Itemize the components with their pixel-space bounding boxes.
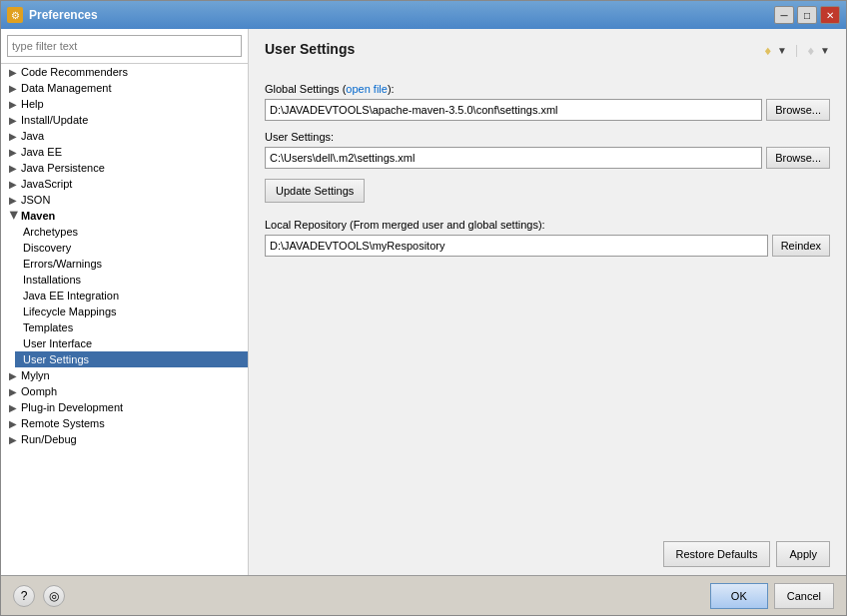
local-repo-label: Local Repository (From merged user and g… xyxy=(265,219,830,231)
settings-icon[interactable]: ◎ xyxy=(43,585,65,607)
sidebar-item-user-settings[interactable]: User Settings xyxy=(15,351,248,367)
expand-arrow: ▶ xyxy=(9,163,19,174)
sidebar-item-user-interface[interactable]: User Interface xyxy=(15,335,248,351)
update-settings-wrapper: Update Settings xyxy=(265,179,830,219)
sidebar-label: Run/Debug xyxy=(21,433,77,445)
back-arrow-icon[interactable]: ⬧ xyxy=(763,41,773,59)
sidebar-item-oomph[interactable]: ▶ Oomph xyxy=(1,383,248,399)
update-settings-button[interactable]: Update Settings xyxy=(265,179,365,203)
sidebar-item-plugin-development[interactable]: ▶ Plug-in Development xyxy=(1,399,248,415)
page-title: User Settings xyxy=(265,41,355,57)
maximize-button[interactable]: □ xyxy=(797,6,817,24)
filter-box xyxy=(1,29,248,64)
sidebar-label: Templates xyxy=(23,321,73,333)
filter-input[interactable] xyxy=(7,35,242,57)
user-settings-input[interactable] xyxy=(265,147,762,169)
preferences-window: ⚙ Preferences ─ □ ✕ ▶ Code Recommenders xyxy=(0,0,847,616)
expand-arrow: ▶ xyxy=(9,83,19,94)
browse-global-button[interactable]: Browse... xyxy=(766,99,830,121)
sidebar-item-discovery[interactable]: Discovery xyxy=(15,240,248,256)
expand-arrow: ▶ xyxy=(9,434,19,445)
sidebar-item-mylyn[interactable]: ▶ Mylyn xyxy=(1,367,248,383)
tree-area: ▶ Code Recommenders ▶ Data Management ▶ … xyxy=(1,64,248,575)
reindex-button[interactable]: Reindex xyxy=(772,235,830,257)
expand-arrow: ▶ xyxy=(9,179,19,190)
minimize-button[interactable]: ─ xyxy=(774,6,794,24)
expand-arrow: ▶ xyxy=(9,115,19,126)
title-controls: ─ □ ✕ xyxy=(774,6,840,24)
back-dropdown-icon[interactable]: ▼ xyxy=(777,45,787,56)
expand-arrow: ▶ xyxy=(9,147,19,158)
global-settings-input[interactable] xyxy=(265,99,762,121)
sidebar-item-installations[interactable]: Installations xyxy=(15,272,248,288)
window-icon: ⚙ xyxy=(7,7,23,23)
sidebar-label: Remote Systems xyxy=(21,417,105,429)
sidebar-label: Java xyxy=(21,130,44,142)
sidebar-item-archetypes[interactable]: Archetypes xyxy=(15,224,248,240)
sidebar-item-templates[interactable]: Templates xyxy=(15,319,248,335)
sidebar-label: Errors/Warnings xyxy=(23,258,102,270)
sidebar-label: JSON xyxy=(21,194,50,206)
user-settings-row: Browse... xyxy=(265,147,830,169)
main-content: ▶ Code Recommenders ▶ Data Management ▶ … xyxy=(1,29,846,575)
right-panel: User Settings ⬧ ▼ | ⬧ ▼ Global Settings … xyxy=(249,29,846,575)
sidebar-item-lifecycle-mappings[interactable]: Lifecycle Mappings xyxy=(15,304,248,319)
open-file-link[interactable]: open file xyxy=(346,83,388,95)
sidebar-item-data-management[interactable]: ▶ Data Management xyxy=(1,80,248,96)
sidebar-item-java[interactable]: ▶ Java xyxy=(1,128,248,144)
spacer xyxy=(265,267,830,533)
sidebar-item-remote-systems[interactable]: ▶ Remote Systems xyxy=(1,415,248,431)
sidebar-item-code-recommenders[interactable]: ▶ Code Recommenders xyxy=(1,64,248,80)
sidebar-label: Oomph xyxy=(21,385,57,397)
expand-arrow: ▶ xyxy=(9,99,19,110)
sidebar-label: Lifecycle Mappings xyxy=(23,306,117,317)
sidebar-label: Archetypes xyxy=(23,226,78,238)
maven-children: Archetypes Discovery Errors/Warnings Ins… xyxy=(1,224,248,367)
expand-arrow: ▶ xyxy=(9,418,19,429)
expand-arrow: ▶ xyxy=(9,211,20,221)
left-panel: ▶ Code Recommenders ▶ Data Management ▶ … xyxy=(1,29,249,575)
sidebar-item-java-persistence[interactable]: ▶ Java Persistence xyxy=(1,160,248,176)
sidebar-item-javascript[interactable]: ▶ JavaScript xyxy=(1,176,248,192)
local-repo-row: Reindex xyxy=(265,235,830,257)
expand-arrow: ▶ xyxy=(9,195,19,206)
help-icon[interactable]: ? xyxy=(13,585,35,607)
cancel-button[interactable]: Cancel xyxy=(774,583,834,609)
sidebar-item-help[interactable]: ▶ Help xyxy=(1,96,248,112)
sidebar-label: Maven xyxy=(21,210,55,222)
sidebar-item-json[interactable]: ▶ JSON xyxy=(1,192,248,208)
sidebar-label: Java Persistence xyxy=(21,162,105,174)
sidebar-label: Help xyxy=(21,98,44,110)
sidebar-item-maven[interactable]: ▶ Maven xyxy=(1,208,248,224)
sidebar-item-run-debug[interactable]: ▶ Run/Debug xyxy=(1,431,248,447)
expand-arrow: ▶ xyxy=(9,402,19,413)
local-repo-input[interactable] xyxy=(265,235,768,257)
sidebar-label: Install/Update xyxy=(21,114,88,126)
sidebar-label: Code Recommenders xyxy=(21,66,128,78)
forward-dropdown-icon[interactable]: ▼ xyxy=(820,45,830,56)
apply-button[interactable]: Apply xyxy=(776,541,830,567)
expand-arrow: ▶ xyxy=(9,370,19,381)
sidebar-label: Plug-in Development xyxy=(21,401,123,413)
sidebar-item-java-ee[interactable]: ▶ Java EE xyxy=(1,144,248,160)
user-settings-label: User Settings: xyxy=(265,131,830,143)
bottom-buttons: Restore Defaults Apply xyxy=(265,533,830,567)
restore-defaults-button[interactable]: Restore Defaults xyxy=(663,541,771,567)
sidebar-label: Data Management xyxy=(21,82,112,94)
footer-left: ? ◎ xyxy=(13,585,65,607)
forward-arrow-icon[interactable]: ⬧ xyxy=(806,41,816,59)
sidebar-item-java-ee-integration[interactable]: Java EE Integration xyxy=(15,288,248,304)
sidebar-label: JavaScript xyxy=(21,178,72,190)
browse-user-button[interactable]: Browse... xyxy=(766,147,830,169)
sidebar-item-errors-warnings[interactable]: Errors/Warnings xyxy=(15,256,248,272)
sidebar-label: Mylyn xyxy=(21,369,50,381)
title-bar: ⚙ Preferences ─ □ ✕ xyxy=(1,1,846,29)
close-button[interactable]: ✕ xyxy=(820,6,840,24)
sidebar-label: User Interface xyxy=(23,337,92,349)
expand-arrow: ▶ xyxy=(9,67,19,78)
sidebar-label: Java EE Integration xyxy=(23,290,119,302)
ok-button[interactable]: OK xyxy=(710,583,768,609)
sidebar-item-install-update[interactable]: ▶ Install/Update xyxy=(1,112,248,128)
global-settings-label: Global Settings (open file): xyxy=(265,83,830,95)
sidebar-label: Java EE xyxy=(21,146,62,158)
